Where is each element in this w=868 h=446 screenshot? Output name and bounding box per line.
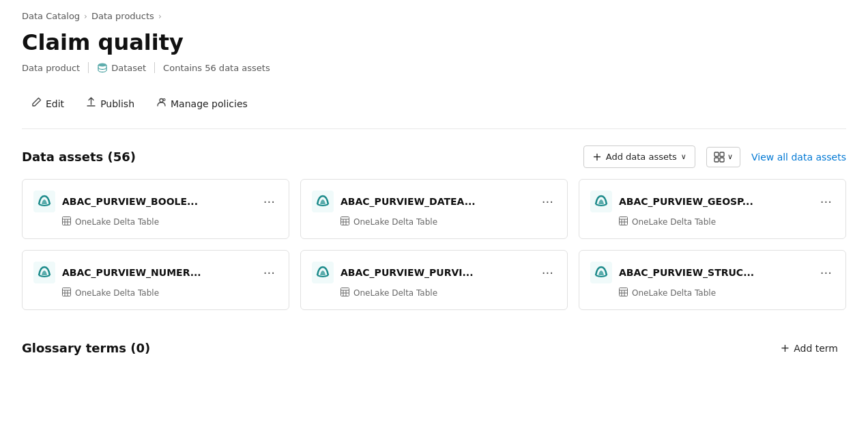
asset-name-6: ABAC_PURVIEW_STRUC... [619, 267, 754, 278]
table-row[interactable]: ABAC_PURVIEW_NUMER... ··· On [22, 250, 289, 310]
asset-title-row-5: ABAC_PURVIEW_PURVI... [312, 262, 539, 283]
breadcrumb-separator-1: › [84, 12, 87, 21]
grid-icon [714, 152, 725, 163]
svg-point-2 [163, 99, 165, 101]
table-icon-3 [619, 217, 628, 227]
asset-title-row-3: ABAC_PURVIEW_GEOSP... [590, 191, 818, 212]
asset-more-3[interactable]: ··· [818, 195, 835, 209]
fabric-icon-2 [312, 191, 334, 212]
asset-card-header-3: ABAC_PURVIEW_GEOSP... ··· [590, 191, 835, 212]
asset-title-row-6: ABAC_PURVIEW_STRUC... [590, 262, 818, 283]
svg-rect-5 [714, 158, 719, 162]
asset-name-2: ABAC_PURVIEW_DATEA... [341, 196, 476, 207]
dataset-label: Dataset [111, 63, 146, 73]
table-icon-5 [341, 288, 349, 298]
view-toggle-button[interactable]: ∨ [706, 147, 740, 167]
publish-label: Publish [100, 98, 134, 109]
asset-name-1: ABAC_PURVIEW_BOOLE... [62, 196, 198, 207]
asset-more-6[interactable]: ··· [818, 266, 835, 280]
asset-type-1: OneLake Delta Table [75, 217, 159, 227]
asset-title-row-4: ABAC_PURVIEW_NUMER... [33, 262, 261, 283]
add-data-assets-button[interactable]: + Add data assets ∨ [583, 145, 695, 168]
asset-type-6: OneLake Delta Table [632, 288, 716, 298]
svg-rect-38 [620, 288, 628, 296]
asset-title-row-1: ABAC_PURVIEW_BOOLE... [33, 191, 261, 212]
svg-rect-32 [341, 288, 349, 296]
asset-type-4: OneLake Delta Table [75, 288, 159, 298]
fabric-icon-1 [33, 191, 55, 212]
table-row[interactable]: ABAC_PURVIEW_DATEA... ··· On [300, 179, 568, 239]
table-row[interactable]: ABAC_PURVIEW_BOOLE... ··· On [22, 179, 289, 239]
add-term-plus-icon: + [781, 342, 790, 354]
fabric-icon-4 [33, 262, 55, 283]
add-icon: + [592, 150, 601, 163]
data-assets-section: Data assets (56) + Add data assets ∨ ∨ [22, 145, 846, 310]
breadcrumb-separator-2: › [158, 12, 162, 21]
edit-label: Edit [46, 98, 64, 109]
breadcrumb-data-products[interactable]: Data products [91, 11, 154, 21]
meta-divider-1 [88, 62, 89, 73]
breadcrumb: Data Catalog › Data products › [22, 0, 846, 29]
manage-policies-button[interactable]: Manage policies [147, 92, 257, 115]
asset-type-3: OneLake Delta Table [632, 217, 716, 227]
table-icon-1 [62, 217, 71, 227]
asset-type-row-2: OneLake Delta Table [312, 217, 556, 227]
glossary-section: Glossary terms (0) + Add term [22, 332, 846, 359]
svg-rect-20 [620, 217, 628, 225]
table-icon-6 [619, 288, 628, 298]
publish-button[interactable]: Publish [76, 92, 144, 115]
fabric-icon-6 [590, 262, 612, 283]
asset-name-4: ABAC_PURVIEW_NUMER... [62, 267, 201, 278]
manage-policies-label: Manage policies [171, 98, 248, 109]
data-product-type: Data product [22, 63, 80, 73]
add-term-button[interactable]: + Add term [772, 337, 846, 359]
add-term-label: Add term [794, 343, 838, 354]
page-container: Data Catalog › Data products › Claim qua… [0, 0, 868, 446]
data-assets-header: Data assets (56) + Add data assets ∨ ∨ [22, 145, 846, 168]
asset-title-row-2: ABAC_PURVIEW_DATEA... [312, 191, 539, 212]
fabric-icon-5 [312, 262, 334, 283]
glossary-header: Glossary terms (0) + Add term [22, 332, 846, 359]
asset-type-row-4: OneLake Delta Table [33, 288, 278, 298]
asset-card-header-1: ABAC_PURVIEW_BOOLE... ··· [33, 191, 278, 212]
table-icon-4 [62, 288, 71, 298]
dataset-icon [97, 62, 108, 73]
table-row[interactable]: ABAC_PURVIEW_GEOSP... ··· On [579, 179, 846, 239]
asset-type-row-1: OneLake Delta Table [33, 217, 278, 227]
asset-more-4[interactable]: ··· [261, 266, 278, 280]
asset-card-header-5: ABAC_PURVIEW_PURVI... ··· [312, 262, 556, 283]
view-all-data-assets-link[interactable]: View all data assets [751, 152, 846, 163]
svg-rect-14 [341, 217, 349, 225]
page-title: Claim quality [22, 29, 846, 55]
asset-more-5[interactable]: ··· [539, 266, 556, 280]
add-assets-label: Add data assets [606, 152, 677, 162]
svg-rect-3 [714, 152, 719, 156]
table-icon-2 [341, 217, 349, 227]
breadcrumb-data-catalog[interactable]: Data Catalog [22, 11, 80, 21]
svg-rect-26 [63, 288, 71, 296]
asset-type-row-3: OneLake Delta Table [590, 217, 835, 227]
assets-count: Contains 56 data assets [163, 63, 270, 73]
dataset-type: Dataset [97, 62, 146, 73]
manage-policies-icon [156, 97, 167, 110]
svg-point-1 [160, 99, 163, 102]
asset-type-row-5: OneLake Delta Table [312, 288, 556, 298]
svg-rect-8 [63, 217, 71, 225]
asset-type-5: OneLake Delta Table [353, 288, 437, 298]
asset-type-row-6: OneLake Delta Table [590, 288, 835, 298]
add-assets-chevron-icon: ∨ [681, 152, 686, 161]
asset-more-1[interactable]: ··· [261, 195, 278, 209]
data-assets-actions: + Add data assets ∨ ∨ View all data asse… [583, 145, 846, 168]
edit-icon [31, 97, 42, 110]
asset-card-header-2: ABAC_PURVIEW_DATEA... ··· [312, 191, 556, 212]
table-row[interactable]: ABAC_PURVIEW_STRUC... ··· On [579, 250, 846, 310]
svg-rect-4 [720, 152, 724, 156]
asset-name-5: ABAC_PURVIEW_PURVI... [341, 267, 473, 278]
asset-more-2[interactable]: ··· [539, 195, 556, 209]
table-row[interactable]: ABAC_PURVIEW_PURVI... ··· On [300, 250, 568, 310]
fabric-icon-3 [590, 191, 612, 212]
edit-button[interactable]: Edit [22, 92, 74, 115]
toolbar: Edit Publish Manage policies [22, 87, 846, 129]
publish-icon [86, 97, 96, 110]
asset-card-header-4: ABAC_PURVIEW_NUMER... ··· [33, 262, 278, 283]
